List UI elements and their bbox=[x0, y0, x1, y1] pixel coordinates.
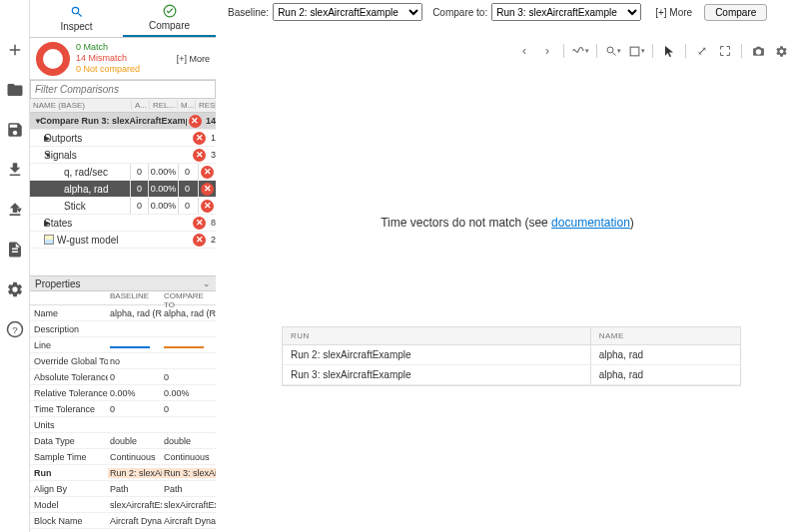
plot-toolbar: ‹ › ▾ ▾ ▾ ⤢ bbox=[514, 40, 791, 62]
compare-button[interactable]: Compare bbox=[704, 4, 767, 21]
more-options-link[interactable]: [+] More bbox=[655, 7, 692, 18]
mismatch-icon: ✕ bbox=[201, 166, 214, 179]
summary-more-link[interactable]: [+] More bbox=[177, 54, 210, 64]
svg-rect-4 bbox=[630, 47, 639, 56]
property-row: Time Tolerance00 bbox=[30, 401, 216, 417]
signal-options-icon[interactable]: ▾ bbox=[570, 41, 590, 61]
compareto-select[interactable]: Run 3: slexAircraftExample bbox=[491, 3, 641, 21]
col-max[interactable]: M... bbox=[178, 101, 196, 110]
run-table-row[interactable]: Run 3: slexAircraftExample alpha, rad bbox=[283, 365, 740, 385]
collapse-icon[interactable]: ▼ bbox=[30, 151, 44, 160]
summary-mismatch: 14 Mismatch bbox=[76, 53, 140, 64]
tree-row-wgust[interactable]: ▶ W-gust model ✕2 bbox=[30, 232, 216, 249]
runtbl-col-name: NAME bbox=[591, 327, 740, 344]
expand-icon[interactable]: ▶ bbox=[30, 134, 44, 143]
tree-row-alpha[interactable]: alpha, rad 0 0.00% 0 ✕ bbox=[30, 181, 216, 198]
svg-point-2 bbox=[607, 47, 613, 53]
mode-tabs: Inspect Compare bbox=[30, 0, 216, 38]
compareto-label: Compare to: bbox=[432, 7, 487, 18]
properties-panel: Properties ⌄ BASELINE COMPARE TO Namealp… bbox=[30, 275, 216, 532]
property-row: RunRun 2: slexAircRun 3: slexAirc bbox=[30, 465, 216, 481]
compare-controls: Baseline: Run 2: slexAircraftExample Com… bbox=[216, 0, 799, 24]
tab-compare-label: Compare bbox=[149, 20, 190, 31]
tree-group-label: Compare Run 3: slexAircraftExample bbox=[40, 116, 187, 126]
documentation-link[interactable]: documentation bbox=[551, 216, 630, 230]
summary-notcompared: 0 Not compared bbox=[76, 64, 140, 75]
check-icon bbox=[163, 4, 177, 18]
tree-row-states[interactable]: ▶ States ✕8 bbox=[30, 215, 216, 232]
summary-donut-icon bbox=[36, 42, 70, 76]
collapse-icon[interactable]: ▼ bbox=[30, 117, 40, 126]
help-icon[interactable]: ? bbox=[5, 319, 25, 339]
filter-input[interactable] bbox=[30, 80, 216, 99]
run-table-row[interactable]: Run 2: slexAircraftExample alpha, rad bbox=[283, 345, 740, 365]
prev-icon[interactable]: ‹ bbox=[514, 41, 534, 61]
mismatch-icon: ✕ bbox=[189, 115, 202, 128]
mismatch-icon: ✕ bbox=[193, 132, 206, 145]
property-row: Line bbox=[30, 337, 216, 353]
properties-header[interactable]: Properties ⌄ bbox=[30, 275, 216, 291]
cursor-icon[interactable] bbox=[659, 41, 679, 61]
import-icon[interactable] bbox=[5, 160, 25, 180]
expand-icon[interactable]: ▶ bbox=[30, 219, 44, 228]
col-abs[interactable]: A... bbox=[132, 101, 150, 110]
props-col-compareto: COMPARE TO bbox=[162, 291, 216, 304]
snapshot-icon[interactable] bbox=[748, 41, 768, 61]
magnifier-icon bbox=[70, 5, 84, 19]
tab-inspect-label: Inspect bbox=[60, 21, 92, 32]
tree-row-stick[interactable]: Stick 0 0.00% 0 ✕ bbox=[30, 198, 216, 215]
export-icon[interactable] bbox=[5, 200, 25, 220]
property-row: Namealpha, rad (Runalpha, rad (Run bbox=[30, 305, 216, 321]
col-rel[interactable]: REL... bbox=[150, 101, 178, 110]
runtbl-col-run: RUN bbox=[283, 327, 591, 344]
left-toolbar: ? bbox=[0, 0, 30, 532]
fit-icon[interactable]: ▾ bbox=[626, 41, 646, 61]
baseline-label: Baseline: bbox=[228, 7, 269, 18]
zoom-icon[interactable]: ▾ bbox=[603, 41, 623, 61]
svg-line-3 bbox=[613, 53, 616, 56]
plot-settings-icon[interactable] bbox=[771, 41, 791, 61]
next-icon[interactable]: › bbox=[537, 41, 557, 61]
property-row: Align ByPathPath bbox=[30, 481, 216, 497]
save-icon[interactable] bbox=[5, 120, 25, 140]
mismatch-icon: ✕ bbox=[201, 183, 214, 196]
mismatch-icon: ✕ bbox=[201, 200, 214, 213]
col-name[interactable]: NAME (BASE) bbox=[30, 101, 132, 110]
property-row: Absolute Tolerance00 bbox=[30, 369, 216, 385]
report-icon[interactable] bbox=[5, 240, 25, 260]
tree-row-outports[interactable]: ▶ Outports ✕1 bbox=[30, 130, 216, 147]
expand-axes-icon[interactable]: ⤢ bbox=[692, 41, 712, 61]
baseline-select[interactable]: Run 2: slexAircraftExample bbox=[273, 3, 422, 21]
tree-row-q[interactable]: q, rad/sec 0 0.00% 0 ✕ bbox=[30, 164, 216, 181]
run-table: RUN NAME Run 2: slexAircraftExample alph… bbox=[282, 326, 741, 386]
compare-summary: 0 Match 14 Mismatch 0 Not compared [+] M… bbox=[30, 38, 216, 80]
tab-compare[interactable]: Compare bbox=[123, 0, 216, 37]
maximize-icon[interactable] bbox=[715, 41, 735, 61]
property-row: Relative Tolerance0.00%0.00% bbox=[30, 385, 216, 401]
subsystem-icon bbox=[44, 235, 54, 245]
group-badge: 14 bbox=[206, 116, 216, 126]
settings-icon[interactable] bbox=[5, 279, 25, 299]
mismatch-icon: ✕ bbox=[193, 234, 206, 247]
tree-header: NAME (BASE) A... REL... M... RES... bbox=[30, 99, 216, 113]
property-row: Description bbox=[30, 321, 216, 337]
mismatch-icon: ✕ bbox=[193, 149, 206, 162]
comparison-tree: ▼ Compare Run 3: slexAircraftExample ✕14… bbox=[30, 113, 216, 249]
tab-inspect[interactable]: Inspect bbox=[30, 0, 123, 37]
expand-icon[interactable]: ▶ bbox=[30, 236, 44, 245]
folder-icon[interactable] bbox=[5, 80, 25, 100]
property-row: Sample TimeContinuousContinuous bbox=[30, 449, 216, 465]
tree-row-signals[interactable]: ▼ Signals ✕3 bbox=[30, 147, 216, 164]
chevron-down-icon[interactable]: ⌄ bbox=[203, 278, 211, 288]
property-row: Units bbox=[30, 417, 216, 433]
property-row: Block NameAircraft DynamAircraft Dynam bbox=[30, 513, 216, 529]
plot-message: Time vectors do not match (see documenta… bbox=[216, 216, 799, 230]
property-row: ModelslexAircraftExaslexAircraftExa bbox=[30, 497, 216, 513]
property-row: Override Global Toleno bbox=[30, 353, 216, 369]
add-icon[interactable] bbox=[5, 40, 25, 60]
props-col-baseline: BASELINE bbox=[108, 291, 162, 304]
mismatch-icon: ✕ bbox=[193, 217, 206, 230]
tree-group-row[interactable]: ▼ Compare Run 3: slexAircraftExample ✕14 bbox=[30, 113, 216, 130]
property-row: Data Typedoubledouble bbox=[30, 433, 216, 449]
col-res[interactable]: RES... bbox=[196, 101, 216, 110]
